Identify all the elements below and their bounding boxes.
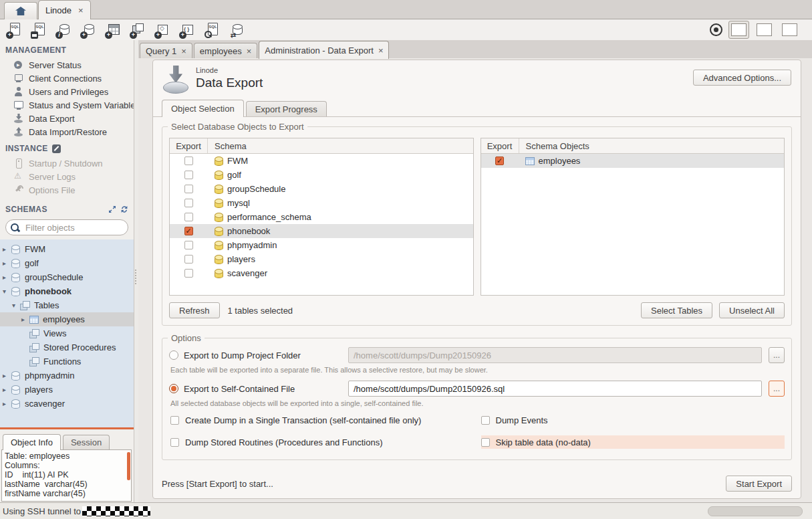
dump-option[interactable]: Dump Stored Routines (Procedures and Fun…	[170, 435, 475, 449]
export-checkbox[interactable]	[184, 199, 193, 207]
schema-tree-item[interactable]: Functions	[0, 354, 134, 369]
search-data-icon[interactable]	[203, 21, 221, 39]
schema-object-row[interactable]: employees	[481, 154, 785, 168]
expand-schemas-icon[interactable]	[108, 205, 116, 213]
refresh-button[interactable]: Refresh	[169, 302, 220, 318]
sidebar-item[interactable]: Users and Privileges	[0, 85, 134, 98]
schema-tree-item[interactable]: Stored Procedures	[0, 340, 134, 354]
schema-row[interactable]: golf	[170, 168, 473, 182]
schema-tree-item[interactable]: Views	[0, 326, 134, 340]
tree-expand-arrow[interactable]: ▾	[12, 302, 20, 309]
create-view-icon[interactable]	[129, 21, 147, 39]
sidebar-item[interactable]: Server Logs	[0, 170, 134, 183]
preferences-wheel-icon[interactable]	[710, 23, 722, 36]
export-checkbox[interactable]	[495, 157, 504, 165]
sidebar-item[interactable]: Data Import/Restore	[0, 125, 134, 138]
browse-button[interactable]: ...	[769, 381, 785, 397]
advanced-options-button[interactable]: Advanced Options...	[693, 70, 791, 86]
export-checkbox[interactable]	[184, 185, 193, 193]
schema-row[interactable]: phpmyadmin	[170, 238, 473, 252]
tree-expand-arrow[interactable]: ▸	[21, 316, 29, 323]
open-sql-script-icon[interactable]	[30, 21, 48, 39]
schema-row[interactable]: FWM	[170, 154, 473, 168]
tree-expand-arrow[interactable]: ▸	[3, 372, 11, 379]
checkbox[interactable]	[170, 438, 179, 447]
section-tab[interactable]: Export Progress	[246, 101, 327, 116]
tree-expand-arrow[interactable]: ▾	[3, 288, 11, 295]
schema-row[interactable]: performance_schema	[170, 210, 473, 224]
vertical-scrollbar-thumb[interactable]	[127, 452, 130, 480]
export-checkbox[interactable]	[184, 241, 193, 249]
toggle-output-area-button[interactable]	[757, 23, 772, 36]
refresh-schemas-icon[interactable]	[120, 205, 128, 213]
horizontal-scrollbar-thumb[interactable]	[708, 506, 803, 516]
close-icon[interactable]: ×	[78, 6, 84, 15]
dump-option[interactable]: Dump Events	[481, 413, 785, 427]
schema-tree-item[interactable]: ▸ golf	[0, 256, 134, 270]
reconnect-dbms-icon[interactable]	[228, 21, 246, 39]
start-export-button[interactable]: Start Export	[726, 476, 792, 492]
export-checkbox[interactable]	[184, 213, 193, 221]
export-checkbox[interactable]	[184, 255, 193, 264]
sidebar-item[interactable]: Data Export	[0, 112, 134, 125]
document-tab[interactable]: Administration - Data Export ×	[259, 41, 389, 59]
schema-row[interactable]: mysql	[170, 196, 473, 210]
checkbox[interactable]	[170, 416, 179, 425]
tree-expand-arrow[interactable]: ▸	[3, 400, 11, 407]
tree-expand-arrow[interactable]: ▸	[3, 245, 11, 253]
select-tables-button[interactable]: Select Tables	[641, 302, 712, 318]
sidebar-item[interactable]: Server Status	[0, 58, 134, 72]
schema-tree-item[interactable]: ▾ Tables	[0, 298, 134, 312]
close-icon[interactable]: ×	[181, 47, 186, 56]
export-option-radio[interactable]	[169, 350, 178, 360]
filter-objects-input[interactable]	[24, 222, 125, 233]
toggle-secondary-sidebar-button[interactable]	[782, 23, 797, 36]
schema-tree-item[interactable]: ▾ phonebook	[0, 284, 134, 298]
tree-expand-arrow[interactable]: ▸	[3, 260, 11, 267]
inspect-database-icon[interactable]	[55, 21, 73, 39]
schema-tree-item[interactable]: ▸ players	[0, 383, 134, 397]
schema-tree-item[interactable]: ▸ FWM	[0, 242, 134, 256]
export-checkbox[interactable]	[184, 171, 193, 179]
tree-expand-arrow[interactable]: ▸	[3, 274, 11, 281]
create-function-icon[interactable]	[178, 21, 196, 39]
unselect-all-button[interactable]: Unselect All	[719, 302, 785, 318]
export-checkbox[interactable]	[184, 157, 193, 165]
document-tab[interactable]: Query 1 ×	[140, 43, 192, 58]
toggle-sidebar-button[interactable]	[731, 23, 747, 36]
close-icon[interactable]: ×	[247, 47, 252, 56]
home-tab[interactable]	[4, 2, 37, 19]
new-query-tab-icon[interactable]	[5, 21, 23, 39]
export-checkbox[interactable]	[184, 269, 193, 278]
create-schema-icon[interactable]	[80, 21, 98, 39]
schema-tree-item[interactable]: ▸ scavenger	[0, 397, 134, 411]
export-checkbox[interactable]	[184, 227, 193, 235]
close-icon[interactable]: ×	[378, 46, 384, 55]
sidebar-item[interactable]: Status and System Variables	[0, 98, 134, 112]
object-info-tab[interactable]: Session	[63, 435, 110, 449]
sidebar-item[interactable]: Startup / Shutdown	[0, 157, 134, 170]
export-path-input[interactable]	[348, 347, 762, 363]
schema-tree-item[interactable]: ▸ groupSchedule	[0, 270, 134, 284]
schema-row[interactable]: phonebook	[170, 224, 473, 238]
browse-button[interactable]: ...	[769, 347, 785, 363]
schema-row[interactable]: players	[170, 252, 473, 266]
schema-row[interactable]: groupSchedule	[170, 182, 473, 196]
tree-expand-arrow[interactable]: ▸	[3, 386, 11, 393]
schema-row[interactable]: scavenger	[170, 266, 473, 280]
sidebar-item[interactable]: Client Connections	[0, 72, 134, 85]
object-info-tab[interactable]: Object Info	[3, 434, 61, 450]
export-option-radio[interactable]	[169, 384, 178, 393]
schema-tree-item[interactable]: ▸ employees	[0, 312, 134, 326]
sidebar-item[interactable]: Options File	[0, 183, 134, 197]
document-tab[interactable]: employees ×	[194, 43, 257, 58]
section-tab[interactable]: Object Selection	[162, 100, 244, 117]
export-path-input[interactable]	[348, 381, 762, 397]
checkbox[interactable]	[481, 438, 490, 447]
schema-tree-item[interactable]: ▸ phpmyadmin	[0, 369, 134, 383]
create-table-icon[interactable]	[104, 21, 122, 39]
dump-option[interactable]: Skip table data (no-data)	[481, 435, 785, 449]
dump-option[interactable]: Create Dump in a Single Transaction (sel…	[170, 413, 475, 427]
checkbox[interactable]	[481, 416, 490, 425]
connection-tab[interactable]: Linode ×	[38, 0, 91, 19]
